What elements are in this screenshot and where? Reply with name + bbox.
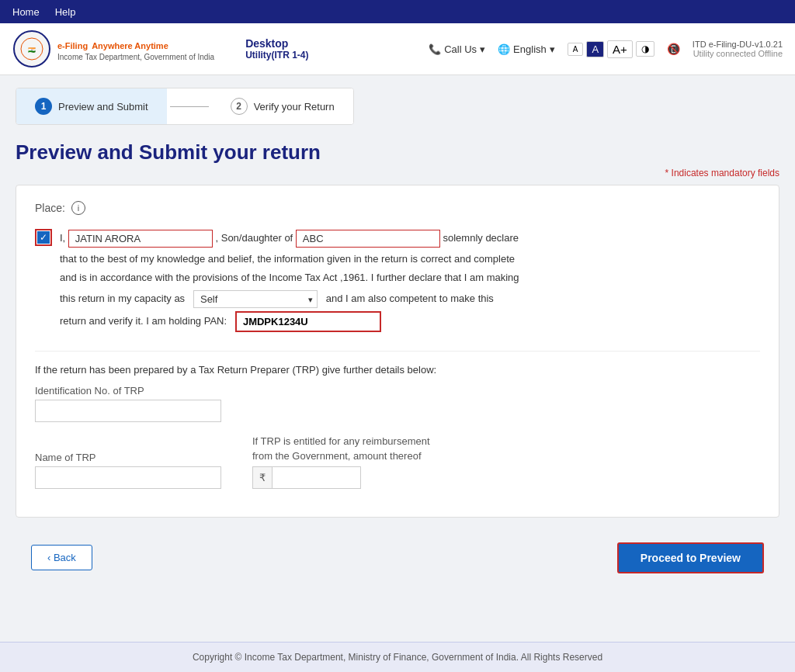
step-1-number: 1 — [35, 98, 52, 115]
step-2: 2 Verify your Return — [212, 88, 353, 124]
form-card: Place: i ✓ I, , Son/daughter of solemnly… — [16, 185, 779, 518]
step-2-number: 2 — [231, 98, 248, 115]
declaration-row: ✓ I, , Son/daughter of solemnly declare … — [35, 227, 760, 332]
back-button[interactable]: ‹ Back — [31, 545, 92, 570]
trp-section: If the return has been prepared by a Tax… — [35, 351, 760, 501]
rupee-symbol: ₹ — [253, 467, 273, 488]
decl-text3: this return in my capacity as — [60, 293, 185, 304]
place-label: Place: — [35, 202, 65, 214]
header: 🇮🇳 e-Filing Anywhere Anytime Income Tax … — [0, 23, 795, 75]
trp-id-label: Identification No. of TRP — [35, 385, 760, 397]
bottom-bar: ‹ Back Proceed to Preview — [16, 530, 779, 586]
phone-icon: 📞 — [429, 43, 441, 55]
font-large-btn[interactable]: A+ — [607, 40, 633, 58]
trp-id-group: Identification No. of TRP — [35, 385, 760, 422]
offline-icon: 📵 — [667, 43, 680, 55]
trp-amount-input[interactable] — [273, 467, 360, 488]
declaration-block: I, , Son/daughter of solemnly declare th… — [60, 227, 519, 332]
desktop-title: Desktop Utility(ITR 1-4) — [245, 37, 308, 61]
rupee-input-wrapper: ₹ — [252, 466, 361, 489]
taxpayer-name-input[interactable] — [68, 230, 213, 248]
logo-subtitle: Income Tax Department, Government of Ind… — [57, 53, 214, 61]
trp-name-input[interactable] — [35, 466, 221, 489]
step-2-label: Verify your Return — [254, 101, 335, 113]
parent-name-input[interactable] — [296, 230, 440, 248]
mandatory-note: * Indicates mandatory fields — [16, 168, 779, 178]
declaration-checkbox[interactable]: ✓ — [35, 229, 52, 246]
contrast-btn[interactable]: ◑ — [636, 41, 654, 57]
place-row: Place: i — [35, 201, 760, 215]
logo-text: e-Filing Anywhere Anytime Income Tax Dep… — [57, 36, 214, 61]
page-title: Preview and Submit your return — [16, 140, 779, 165]
globe-icon: 🌐 — [498, 43, 510, 55]
trp-note: If the return has been prepared by a Tax… — [35, 364, 760, 376]
logo-efiling: e-Filing Anywhere Anytime — [57, 36, 214, 53]
decl-text2: and is in accordance with the provisions… — [60, 268, 519, 288]
decl-prefix: I, — [60, 232, 65, 244]
decl-text1: that to the best of my knowledge and bel… — [60, 250, 519, 269]
capacity-select-wrapper: SelfRepresentative — [193, 288, 318, 310]
call-us[interactable]: 📞 Call Us ▾ — [429, 43, 485, 55]
main-content: 1 Preview and Submit 2 Verify your Retur… — [0, 75, 795, 598]
logo-area: 🇮🇳 e-Filing Anywhere Anytime Income Tax … — [12, 29, 214, 68]
font-small-btn[interactable]: A — [568, 43, 584, 56]
font-controls: A A A+ ◑ — [568, 40, 654, 58]
capacity-select[interactable]: SelfRepresentative — [193, 290, 318, 308]
nav-home[interactable]: Home — [12, 6, 40, 18]
nav-help[interactable]: Help — [55, 6, 76, 18]
proceed-button[interactable]: Proceed to Preview — [617, 542, 764, 573]
pan-input[interactable] — [235, 311, 381, 332]
decl-text4: and I am also competent to make this — [326, 293, 494, 304]
step-1: 1 Preview and Submit — [16, 88, 167, 124]
svg-text:🇮🇳: 🇮🇳 — [28, 46, 36, 54]
trp-id-input[interactable] — [35, 400, 221, 422]
decl-text5: return and verify it. I am holding PAN: — [60, 315, 227, 327]
trp-reimbursement-label: If TRP is entitled for any reimbursement… — [252, 435, 439, 462]
trp-name-group: Name of TRP — [35, 452, 221, 489]
steps-container: 1 Preview and Submit 2 Verify your Retur… — [16, 88, 354, 125]
top-nav: Home Help — [0, 0, 795, 23]
trp-row: Name of TRP If TRP is entitled for any r… — [35, 435, 760, 501]
trp-name-label: Name of TRP — [35, 452, 221, 463]
emblem-icon: 🇮🇳 — [12, 29, 51, 68]
solemnly-declare: solemnly declare — [443, 232, 519, 244]
son-daughter-label: , Son/daughter of — [215, 232, 293, 244]
header-right: 📞 Call Us ▾ 🌐 English ▾ A A A+ ◑ 📵 ITD e… — [429, 40, 783, 58]
step-1-label: Preview and Submit — [58, 101, 148, 113]
utility-info: ITD e-Filing-DU-v1.0.21 Utility connecte… — [693, 40, 783, 58]
trp-reimbursement-group: If TRP is entitled for any reimbursement… — [252, 435, 439, 488]
font-medium-btn[interactable]: A — [586, 41, 604, 57]
info-icon[interactable]: i — [71, 201, 85, 215]
language-selector[interactable]: 🌐 English ▾ — [498, 43, 555, 55]
